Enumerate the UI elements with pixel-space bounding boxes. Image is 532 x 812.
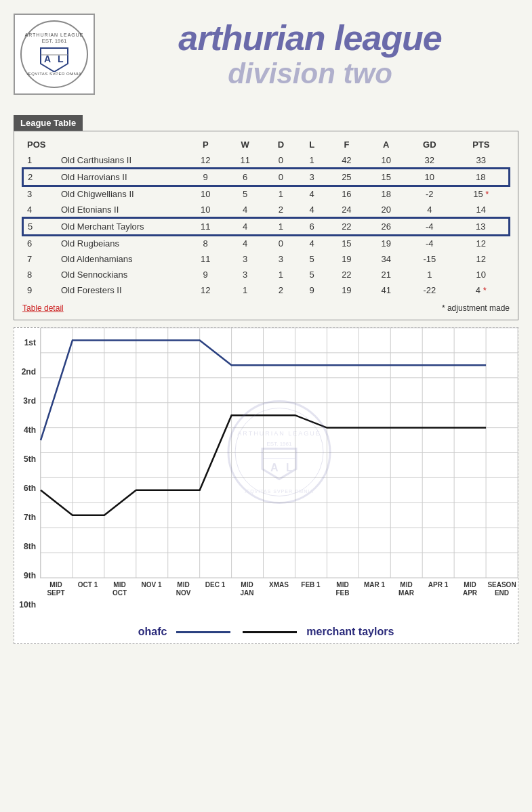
chart-x-label: MIDNOV	[167, 578, 199, 619]
cell-w: 5	[225, 186, 264, 202]
cell-pts: 4 *	[453, 282, 509, 298]
cell-w: 6	[225, 169, 264, 186]
title-area: arthurian league division two	[95, 19, 518, 89]
league-table-section: League Table POS P W D L F A GD PTS	[14, 115, 518, 320]
chart-y-label: 7th	[14, 503, 40, 532]
cell-team: Old Rugbeians	[50, 235, 186, 251]
cell-gd: -4	[406, 235, 453, 251]
legend-line-black	[243, 631, 297, 633]
cell-f: 25	[327, 169, 366, 186]
legend-left-team: ohafc	[138, 626, 167, 638]
chart-x-label: OCT 1	[72, 578, 104, 619]
cell-a: 10	[367, 152, 406, 169]
cell-w: 3	[225, 251, 264, 267]
chart-y-label: 2nd	[14, 357, 40, 386]
cell-d: 1	[265, 218, 297, 235]
table-detail-link[interactable]: Table detail	[22, 303, 64, 313]
cell-a: 26	[367, 218, 406, 235]
cell-f: 16	[327, 186, 366, 202]
table-row: 8 Old Sennockians 9 3 1 5 22 21 1 10	[23, 267, 509, 282]
cell-a: 21	[367, 267, 406, 282]
header: ARTHURIAN LEAGUE EST. 1961 A L ÆQVITAS S…	[14, 7, 518, 108]
cell-w: 1	[225, 282, 264, 298]
cell-l: 4	[297, 202, 327, 218]
logo-circle: ARTHURIAN LEAGUE EST. 1961 A L ÆQVITAS S…	[20, 20, 88, 88]
chart-x-label: MIDFEB	[327, 578, 359, 619]
cell-pts: 15 *	[453, 186, 509, 202]
table-header-bar: League Table	[14, 115, 83, 131]
table-border: POS P W D L F A GD PTS 1 Old Carthusians	[14, 131, 518, 320]
cell-w: 11	[225, 152, 264, 169]
chart-lines-svg	[41, 328, 518, 578]
table-row: 1 Old Carthusians II 12 11 0 1 42 10 32 …	[23, 152, 509, 169]
chart-y-label: 9th	[14, 561, 40, 590]
logo-box: ARTHURIAN LEAGUE EST. 1961 A L ÆQVITAS S…	[14, 14, 95, 95]
chart-y-label: 8th	[14, 532, 40, 561]
cell-pts: 12	[453, 235, 509, 251]
table-header-row: POS P W D L F A GD PTS	[23, 137, 509, 152]
chart-x-label: APR 1	[422, 578, 454, 619]
cell-p: 10	[186, 186, 225, 202]
table-row: 2 Old Harrovians II 9 6 0 3 25 15 10 18	[23, 169, 509, 186]
col-f: F	[327, 137, 366, 152]
legend-line-blue	[176, 631, 230, 633]
legend-right-team: merchant taylors	[306, 626, 394, 638]
chart-x-label: MIDSEPT	[40, 578, 72, 619]
cell-a: 20	[367, 202, 406, 218]
col-d: D	[265, 137, 297, 152]
cell-w: 4	[225, 218, 264, 235]
chart-y-label: 3rd	[14, 386, 40, 415]
adjustment-note: * adjustment made	[442, 303, 510, 313]
cell-a: 41	[367, 282, 406, 298]
chart-y-labels: 1st2nd3rd4th5th6th7th8th9th10th	[14, 328, 40, 619]
col-a: A	[367, 137, 406, 152]
cell-gd: 10	[406, 169, 453, 186]
cell-f: 24	[327, 202, 366, 218]
page: ARTHURIAN LEAGUE EST. 1961 A L ÆQVITAS S…	[0, 0, 532, 658]
cell-d: 2	[265, 282, 297, 298]
cell-pos: 5	[23, 218, 50, 235]
chart-x-label: XMAS	[263, 578, 295, 619]
col-l: L	[297, 137, 327, 152]
cell-gd: -22	[406, 282, 453, 298]
logo-top-text: ARTHURIAN LEAGUE	[24, 33, 83, 37]
logo-bottom-text: ÆQVITAS SVPER OMNIA	[27, 72, 81, 76]
logo-est: EST. 1961	[42, 38, 67, 44]
cell-p: 12	[186, 282, 225, 298]
cell-d: 1	[265, 186, 297, 202]
cell-a: 15	[367, 169, 406, 186]
chart-grid-inner: ARTHURIAN LEAGUE EST. 1961 A L ÆQVITAS S…	[41, 328, 518, 578]
cell-p: 8	[186, 235, 225, 251]
chart-x-label: MIDJAN	[231, 578, 263, 619]
cell-pos: 3	[23, 186, 50, 202]
cell-pos: 7	[23, 251, 50, 267]
table-row: 7 Old Aldenhamians 11 3 3 5 19 34 -15 12	[23, 251, 509, 267]
chart-x-label: MIDAPR	[454, 578, 486, 619]
col-w: W	[225, 137, 264, 152]
chart-x-label: MIDOCT	[104, 578, 136, 619]
cell-f: 22	[327, 267, 366, 282]
cell-pts: 10	[453, 267, 509, 282]
cell-l: 5	[297, 267, 327, 282]
chart-y-label: 4th	[14, 415, 40, 444]
cell-pts: 33	[453, 152, 509, 169]
title-main: arthurian league	[102, 19, 518, 58]
chart-y-label: 6th	[14, 473, 40, 503]
chart-x-label: SEASONEND	[486, 578, 518, 619]
cell-l: 4	[297, 235, 327, 251]
cell-f: 15	[327, 235, 366, 251]
cell-p: 9	[186, 267, 225, 282]
table-row: 3 Old Chigwellians II 10 5 1 4 16 18 -2 …	[23, 186, 509, 202]
table-row: 5 Old Merchant Taylors 11 4 1 6 22 26 -4…	[23, 218, 509, 235]
chart-grid: ARTHURIAN LEAGUE EST. 1961 A L ÆQVITAS S…	[40, 328, 518, 578]
cell-gd: 4	[406, 202, 453, 218]
cell-gd: -2	[406, 186, 453, 202]
chart-x-label: NOV 1	[136, 578, 167, 619]
col-pts: PTS	[453, 137, 509, 152]
cell-team: Old Foresters II	[50, 282, 186, 298]
cell-pos: 2	[23, 169, 50, 186]
cell-pos: 4	[23, 202, 50, 218]
cell-gd: -15	[406, 251, 453, 267]
chart-x-labels: MIDSEPTOCT 1MIDOCTNOV 1MIDNOVDEC 1MIDJAN…	[40, 578, 518, 619]
cell-pts: 18	[453, 169, 509, 186]
